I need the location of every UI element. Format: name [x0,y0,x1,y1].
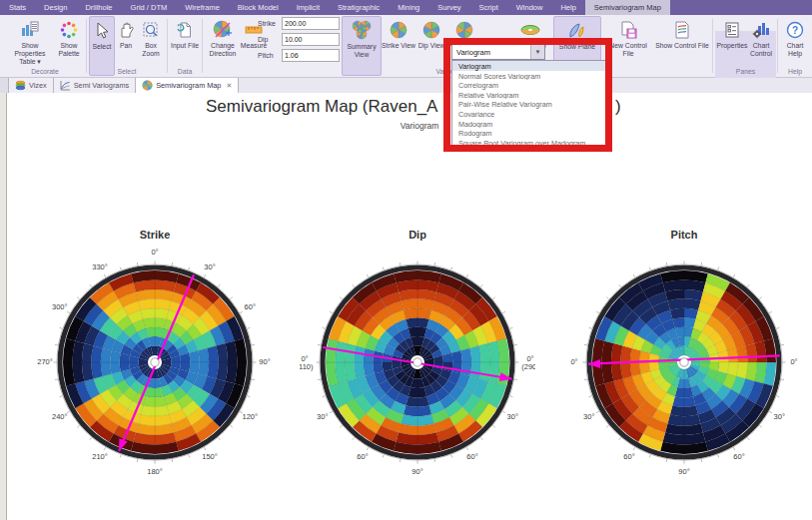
svg-text:60°: 60° [245,302,256,311]
pan-button[interactable]: Pan [115,16,137,76]
dip-view-button[interactable]: Dip View [415,16,447,76]
show-properties-table-label: Show Properties Table ▾ [6,42,54,65]
doc-tab-semi-variograms[interactable]: Semi Variograms [54,78,136,93]
input-file-button[interactable]: Input File [170,16,200,76]
tab-script[interactable]: Script [470,0,507,15]
tab-semivariogram-map[interactable]: Semivariogram Map [585,0,670,15]
chart-control-icon [751,18,771,42]
tab-block-model[interactable]: Block Model [229,0,288,15]
strike-view-icon [389,18,408,42]
svg-text:150°: 150° [202,452,218,461]
select-label: Select [93,43,112,51]
collapsed-panel-rail[interactable] [0,93,7,520]
show-properties-table-button[interactable]: Show Properties Table ▾ [6,16,54,76]
combobox-value: Variogram [452,45,530,59]
strike-view-button[interactable]: Strike View [382,16,415,76]
doc-tab-semivariogram-map[interactable]: Semivariogram Map ✕ [136,78,239,93]
chart-title: Semivariogram Map (Raven_A [206,97,437,117]
doc-tab-semivariogram-map-label: Semivariogram Map [156,81,221,90]
show-palette-button[interactable]: Show Palette [54,16,84,76]
cursor-icon [92,19,112,43]
tab-grid-dtm[interactable]: Grid / DTM [122,0,177,15]
chart-control-label: Chart Control [747,42,775,58]
svg-text:90°: 90° [678,467,689,476]
dip-view-label: Dip View [418,42,445,50]
properties-pane-button[interactable]: Properties [717,16,747,76]
dropdown-option[interactable]: Variogram [452,61,605,71]
svg-text:30°: 30° [204,262,215,271]
document-tab-strip: Vizex Semi Variograms Semivariogram Map … [0,78,812,93]
pan-label: Pan [120,42,132,50]
dip-plot-title: Dip [358,229,477,241]
align-view-icon [519,18,541,42]
ribbon: Show Properties Table ▾ Show Palette Dec… [0,15,812,78]
svg-text:0°(110): 0°(110) [300,354,314,371]
show-control-file-button[interactable]: Show Control File [655,16,709,76]
tab-help[interactable]: Help [551,0,584,15]
tab-mining[interactable]: Mining [389,0,428,15]
dropdown-option[interactable]: Correlogram [452,80,605,90]
combobox-dropdown-arrow-icon[interactable]: ▼ [530,45,544,59]
svg-text:0°: 0° [151,248,158,257]
variogram-type-combobox[interactable]: Variogram ▼ [451,44,545,60]
chart-control-button[interactable]: Chart Control [747,16,775,76]
strike-input[interactable] [282,17,340,30]
strike-view-label: Strike View [382,42,415,50]
dropdown-option[interactable]: Rodogram [452,128,605,138]
pitch-field-row: Pitch [258,49,340,62]
doc-tab-vizex[interactable]: Vizex [9,78,54,93]
tab-wireframe[interactable]: Wireframe [176,0,229,15]
pitch-input[interactable] [282,49,340,62]
tab-stratigraphic[interactable]: Stratigraphic [329,0,389,15]
close-tab-icon[interactable]: ✕ [226,82,232,90]
strike-polar-plot[interactable]: 0°30°60°90°120°150°180°210°240°270°300°3… [37,245,273,480]
dropdown-option[interactable]: Square Root Variogram over Madogram [452,138,605,148]
semivariogram-map-icon [142,80,153,91]
box-zoom-icon [141,18,161,42]
dip-view-icon [421,18,441,42]
panes-group-label: Panes [715,68,776,75]
docked-panel-stub[interactable] [0,78,9,93]
svg-text:270°: 270° [37,357,53,366]
chart-canvas: Semivariogram Map (Raven_A ) Variogram S… [0,93,812,520]
semi-variograms-icon [60,80,71,91]
tab-stats[interactable]: Stats [0,0,35,15]
new-control-file-label: New Control File [603,42,653,58]
strike-field-label: Strike [258,20,282,27]
help-icon: ? [785,18,805,42]
properties-pane-icon [722,18,742,42]
dropdown-option[interactable]: Normal Scores Variogram [452,71,605,81]
svg-text:210°: 210° [92,452,108,461]
box-zoom-label: Box Zoom [137,42,165,58]
decorate-group-label: Decorate [6,68,84,75]
show-plane-label: Show Plane [559,43,595,51]
dropdown-option[interactable]: Covariance [452,109,605,119]
dropdown-option[interactable]: Madogram [452,119,605,129]
chart-title-close-paren: ) [615,97,621,117]
svg-text:30°: 30° [774,412,785,421]
tab-drillhole[interactable]: Drillhole [76,0,121,15]
svg-text:0°: 0° [570,357,577,366]
tab-implicit[interactable]: Implicit [288,0,329,15]
change-direction-button[interactable]: Change Direction [205,16,241,76]
pitch-polar-plot[interactable]: 0°0°30°30°60°60°90° [566,245,802,480]
input-file-label: Input File [171,42,199,50]
dropdown-option[interactable]: Pair-Wise Relative Variogram [452,99,605,109]
select-button[interactable]: Select [89,16,115,76]
chart-help-button[interactable]: ? Chart Help [779,16,811,76]
properties-table-icon [20,18,40,42]
summary-view-button[interactable]: Summary View [342,16,382,76]
svg-text:60°: 60° [357,452,368,461]
dip-field-label: Dip [258,36,282,43]
doc-tab-vizex-label: Vizex [29,81,47,90]
summary-view-label: Summary View [343,43,381,59]
new-control-file-button[interactable]: New Control File [603,16,653,76]
tab-design[interactable]: Design [35,0,76,15]
tab-window[interactable]: Window [507,0,552,15]
dip-input[interactable] [282,33,340,46]
dip-polar-plot[interactable]: 0°(110)0°(290)30°30°60°60°90° [300,245,535,480]
tab-survey[interactable]: Survey [428,0,469,15]
variogram-type-dropdown-list: VariogramNormal Scores VariogramCorrelog… [451,60,606,149]
box-zoom-button[interactable]: Box Zoom [137,16,165,76]
dropdown-option[interactable]: Relative Variogram [452,90,605,100]
